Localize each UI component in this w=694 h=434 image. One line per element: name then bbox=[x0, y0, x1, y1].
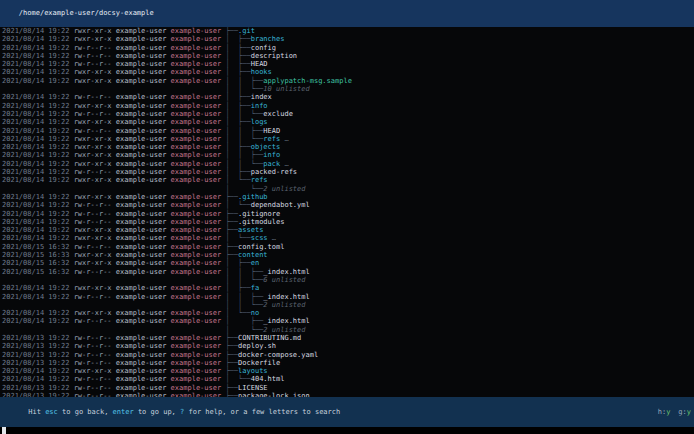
tree-branch-icon: ├── bbox=[225, 367, 238, 375]
tree-branch-icon: ├── bbox=[225, 384, 238, 392]
entry-owner: example-user bbox=[116, 52, 171, 60]
tree-row[interactable]: 2021/08/14 19:22 rwxr-xr-x example-user … bbox=[2, 151, 694, 159]
entry-name: exclude bbox=[263, 110, 293, 118]
entry-owner: example-user bbox=[116, 268, 171, 276]
entry-name: 404.html bbox=[251, 375, 285, 383]
entry-name: branches bbox=[251, 35, 285, 43]
entry-owner: example-user bbox=[116, 151, 171, 159]
tree-row[interactable]: 2021/08/14 19:22 rwxr-xr-x example-user … bbox=[2, 176, 694, 184]
entry-permissions: rwxr-xr-x bbox=[74, 151, 116, 159]
tree-row[interactable]: 2021/08/14 19:22 rw-r--r-- example-user … bbox=[2, 210, 694, 218]
entry-permissions: rw-r--r-- bbox=[74, 384, 116, 392]
hint-text: Hit bbox=[28, 408, 45, 416]
search-input[interactable] bbox=[0, 427, 694, 434]
tree-row[interactable]: │ │ └──6 unlisted bbox=[2, 276, 694, 284]
entry-name: config.toml bbox=[238, 243, 284, 251]
tree-row[interactable]: 2021/08/14 19:22 rwxr-xr-x example-user … bbox=[2, 77, 694, 85]
entry-permissions: rw-r--r-- bbox=[74, 168, 116, 176]
entry-name: assets bbox=[238, 226, 263, 234]
entry-owner: example-user bbox=[116, 384, 171, 392]
tree-row[interactable]: 2021/08/14 19:22 rw-r--r-- example-user … bbox=[2, 317, 694, 325]
entry-owner: example-user bbox=[116, 118, 171, 126]
tree-branch-icon: │ ├── bbox=[225, 143, 250, 151]
entry-date: 2021/08/14 19:22 bbox=[2, 317, 74, 325]
entry-name: 10 unlisted bbox=[263, 85, 309, 93]
entry-owner: example-user bbox=[116, 342, 171, 350]
tree-row[interactable]: 2021/08/14 19:22 rwxr-xr-x example-user … bbox=[2, 160, 694, 168]
entry-group: example-user bbox=[171, 367, 226, 375]
entry-group: example-user bbox=[171, 176, 226, 184]
tree-row[interactable]: │ └──2 unlisted bbox=[2, 326, 694, 334]
truncation-ellipsis: … bbox=[268, 234, 276, 242]
entry-group: example-user bbox=[171, 359, 226, 367]
entry-permissions bbox=[74, 276, 116, 284]
tree-row[interactable]: 2021/08/14 19:22 rw-r--r-- example-user … bbox=[2, 201, 694, 209]
tree-row[interactable]: 2021/08/14 19:22 rwxr-xr-x example-user … bbox=[2, 68, 694, 76]
entry-date: 2021/08/14 19:22 bbox=[2, 293, 74, 301]
root-path: /home/example-user/docsy-example bbox=[19, 9, 154, 17]
tree-row[interactable]: 2021/08/14 19:22 rw-r--r-- example-user … bbox=[2, 218, 694, 226]
tree-row[interactable]: 2021/08/14 19:22 rwxr-xr-x example-user … bbox=[2, 35, 694, 43]
entry-name: 2 unlisted bbox=[263, 185, 305, 193]
entry-owner: example-user bbox=[116, 351, 171, 359]
entry-name: fa bbox=[251, 284, 259, 292]
entry-name: packed-refs bbox=[251, 168, 297, 176]
entry-date: 2021/08/14 19:22 bbox=[2, 193, 74, 201]
entry-date: 2021/08/14 19:22 bbox=[2, 168, 74, 176]
entry-permissions: rw-r--r-- bbox=[74, 293, 116, 301]
tree-row[interactable]: 2021/08/15 16:32 rwxr-xr-x example-user … bbox=[2, 259, 694, 267]
tree-row[interactable]: 2021/08/14 19:22 rwxr-xr-x example-user … bbox=[2, 102, 694, 110]
tree-row[interactable]: 2021/08/13 19:22 rw-r--r-- example-user … bbox=[2, 351, 694, 359]
tree-row[interactable]: 2021/08/14 19:22 rw-r--r-- example-user … bbox=[2, 44, 694, 52]
entry-permissions: rwxr-xr-x bbox=[74, 135, 116, 143]
tree-row[interactable]: 2021/08/14 19:22 rwxr-xr-x example-user … bbox=[2, 193, 694, 201]
tree-branch-icon: ├── bbox=[225, 359, 238, 367]
tree-row[interactable]: 2021/08/13 19:22 rw-r--r-- example-user … bbox=[2, 384, 694, 392]
tree-branch-icon: ├── bbox=[225, 27, 238, 35]
entry-group: example-user bbox=[171, 118, 226, 126]
tree-row[interactable]: 2021/08/13 19:22 rw-r--r-- example-user … bbox=[2, 342, 694, 350]
entry-owner: example-user bbox=[116, 284, 171, 292]
entry-name: HEAD bbox=[263, 127, 280, 135]
entry-permissions: rw-r--r-- bbox=[74, 44, 116, 52]
entry-group bbox=[171, 185, 226, 193]
root-path-bar[interactable]: /home/example-user/docsy-example bbox=[0, 0, 694, 27]
entry-date: 2021/08/14 19:22 bbox=[2, 135, 74, 143]
entry-name: dependabot.yml bbox=[251, 201, 310, 209]
tree-branch-icon: │ │ ├── bbox=[225, 127, 263, 135]
entry-date: 2021/08/14 19:22 bbox=[2, 210, 74, 218]
entry-name: Dockerfile bbox=[238, 359, 280, 367]
entry-name: .gitignore bbox=[238, 210, 280, 218]
tree-row[interactable]: │ └──2 unlisted bbox=[2, 185, 694, 193]
entry-name: deploy.sh bbox=[238, 342, 276, 350]
tree-row[interactable]: 2021/08/14 19:22 rw-r--r-- example-user … bbox=[2, 375, 694, 383]
tree-row[interactable]: 2021/08/14 19:22 rwxr-xr-x example-user … bbox=[2, 234, 694, 242]
tree-row[interactable]: 2021/08/14 19:22 rwxr-xr-x example-user … bbox=[2, 118, 694, 126]
tree-row[interactable]: 2021/08/15 16:32 rw-r--r-- example-user … bbox=[2, 268, 694, 276]
tree-row[interactable]: 2021/08/14 19:22 rw-r--r-- example-user … bbox=[2, 93, 694, 101]
entry-owner: example-user bbox=[116, 27, 171, 35]
entry-permissions: rwxr-xr-x bbox=[74, 284, 116, 292]
tree-row[interactable]: 2021/08/15 16:32 rw-r--r-- example-user … bbox=[2, 243, 694, 251]
entry-date: 2021/08/14 19:22 bbox=[2, 77, 74, 85]
tree-row[interactable]: 2021/08/14 19:22 rw-r--r-- example-user … bbox=[2, 127, 694, 135]
entry-permissions: rwxr-xr-x bbox=[74, 193, 116, 201]
tree-row[interactable]: 2021/08/13 19:22 rw-r--r-- example-user … bbox=[2, 359, 694, 367]
entry-permissions: rw-r--r-- bbox=[74, 334, 116, 342]
tree-row[interactable]: 2021/08/14 19:22 rwxr-xr-x example-user … bbox=[2, 284, 694, 292]
tree-branch-icon: │ │ ├── bbox=[225, 293, 263, 301]
tree-row[interactable]: 2021/08/14 19:22 rw-r--r-- example-user … bbox=[2, 293, 694, 301]
gitignore-flag-label: g: bbox=[678, 408, 686, 416]
entry-date: 2021/08/14 19:22 bbox=[2, 226, 74, 234]
tree-row[interactable]: 2021/08/14 19:22 rw-r--r-- example-user … bbox=[2, 52, 694, 60]
entry-permissions: rw-r--r-- bbox=[74, 110, 116, 118]
entry-owner: example-user bbox=[116, 251, 171, 259]
entry-date bbox=[2, 85, 74, 93]
entry-owner: example-user bbox=[116, 375, 171, 383]
entry-name: _index.html bbox=[263, 317, 309, 325]
tree-row[interactable]: │ │ └──2 unlisted bbox=[2, 301, 694, 309]
entry-date: 2021/08/14 19:22 bbox=[2, 35, 74, 43]
tree-row[interactable]: 2021/08/14 19:22 rwxr-xr-x example-user … bbox=[2, 135, 694, 143]
entry-group: example-user bbox=[171, 351, 226, 359]
tree-branch-icon: │ ├── bbox=[225, 317, 263, 325]
